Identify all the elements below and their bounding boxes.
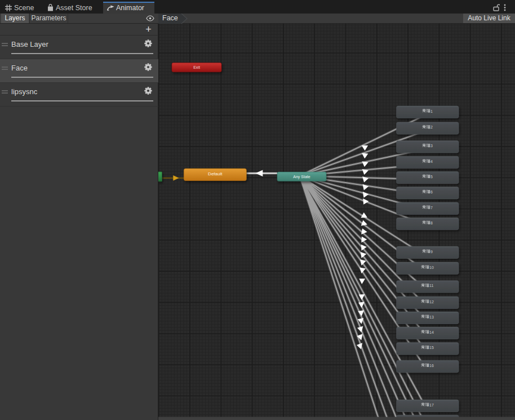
svg-text:15: 15 bbox=[429, 346, 434, 350]
svg-text:Default: Default bbox=[208, 171, 223, 176]
svg-text:16: 16 bbox=[429, 364, 434, 368]
svg-text:12: 12 bbox=[429, 300, 434, 304]
svg-text:11: 11 bbox=[429, 284, 433, 288]
svg-text:8: 8 bbox=[430, 221, 433, 225]
svg-text:13: 13 bbox=[429, 315, 434, 319]
svg-text:3: 3 bbox=[430, 144, 433, 148]
svg-text:5: 5 bbox=[430, 175, 433, 179]
svg-text:Exit: Exit bbox=[193, 65, 200, 69]
svg-text:2: 2 bbox=[430, 125, 433, 129]
svg-text:9: 9 bbox=[430, 250, 433, 254]
svg-text:10: 10 bbox=[429, 266, 434, 269]
svg-text:7: 7 bbox=[430, 206, 433, 210]
svg-text:6: 6 bbox=[430, 190, 433, 194]
svg-text:14: 14 bbox=[429, 330, 434, 334]
svg-text:4: 4 bbox=[430, 160, 433, 163]
svg-text:17: 17 bbox=[429, 403, 434, 407]
svg-text:Any State: Any State bbox=[293, 175, 310, 179]
svg-text:1: 1 bbox=[430, 109, 433, 113]
